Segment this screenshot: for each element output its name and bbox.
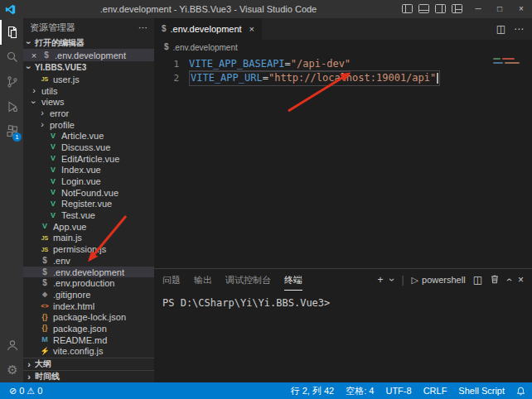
tree-item-package-json[interactable]: {}package.json (23, 323, 154, 334)
error-count: 0 (19, 386, 24, 396)
terminal-content[interactable]: PS D:\CSharp\Yi\Yi.BBS.Vue3> (154, 291, 532, 382)
minimap-mark (502, 58, 515, 60)
file-label: Login.vue (61, 176, 101, 186)
new-terminal-icon[interactable]: + (377, 274, 383, 286)
terminal-dropdown-icon[interactable]: › (390, 274, 394, 286)
tree-item-package-lock-json[interactable]: {}package-lock.json (23, 311, 154, 323)
close-window-button[interactable]: × (510, 0, 532, 18)
tree-item-register-vue[interactable]: VRegister.vue (23, 199, 154, 210)
customize-layout-icon[interactable] (452, 3, 462, 16)
maximize-button[interactable]: □ (489, 0, 510, 18)
file-label: .env.development (53, 267, 124, 277)
divider: | (401, 274, 404, 286)
env-var-name: VITE_APP_URL (191, 72, 263, 84)
timeline-section[interactable]: › 时间线 (23, 370, 154, 382)
cursor-position[interactable]: 行 2, 列 42 (291, 385, 335, 397)
tree-folder-profile[interactable]: ›profile (23, 119, 154, 131)
operator: = (285, 58, 291, 70)
tab-debug-console[interactable]: 调试控制台 (225, 269, 271, 291)
split-editor-icon[interactable]: ◫ (496, 23, 505, 35)
code-line-2[interactable]: 2 VITE_APP_URL="http://localhost:19001/a… (154, 71, 532, 85)
tree-item-test-vue[interactable]: VTest.vue (23, 209, 154, 221)
indentation[interactable]: 空格: 4 (346, 385, 374, 397)
split-terminal-icon[interactable]: ◫ (473, 274, 482, 286)
toggle-secondary-sidebar-icon[interactable] (435, 3, 446, 16)
code-text: VITE_APP_URL="http://localhost:19001/api… (189, 70, 440, 86)
js-icon: JS (40, 235, 50, 241)
account-icon[interactable] (0, 333, 23, 358)
close-panel-icon[interactable]: × (518, 274, 524, 286)
chevron-right-icon: › (25, 373, 33, 382)
tab-output[interactable]: 输出 (194, 269, 212, 291)
project-section-header[interactable]: › YI.BBS.VUE3 (23, 61, 154, 74)
editor-actions: ◫ ⋯ (496, 18, 532, 40)
folder-label: views (41, 97, 65, 107)
encoding[interactable]: UTF-8 (385, 386, 411, 396)
notifications-bell-icon[interactable] (516, 387, 525, 396)
run-debug-icon[interactable] (0, 94, 23, 119)
status-bar-right: 行 2, 列 42 空格: 4 UTF-8 CRLF Shell Script (291, 385, 525, 397)
tree-item-env-production[interactable]: $.env.production (23, 277, 154, 289)
open-editors-label: 打开的编辑器 (35, 37, 85, 49)
sidebar-more-actions-icon[interactable]: ⋯ (138, 22, 148, 33)
tree-folder-views[interactable]: ›views (23, 96, 154, 108)
language-mode[interactable]: Shell Script (458, 386, 505, 396)
toggle-sidebar-icon[interactable] (402, 3, 413, 16)
tree-item-user-js[interactable]: JSuser.js (23, 74, 154, 85)
tree-item-readme-md[interactable]: MREADME.md (23, 334, 154, 346)
tree-item-login-vue[interactable]: VLogin.vue (23, 175, 154, 187)
tree-item-discuss-vue[interactable]: VDiscuss.vue (23, 142, 154, 153)
breadcrumb-file: .env.development (173, 43, 238, 52)
tree-item-env[interactable]: $.env (23, 255, 154, 267)
search-icon[interactable] (0, 45, 23, 70)
tree-item-app-vue[interactable]: VApp.vue (23, 221, 154, 233)
vscode-window: .env.development - Yi.BBS.Vue3 - Visual … (0, 0, 532, 399)
tab-terminal[interactable]: 终端 (284, 269, 302, 291)
tree-item-gitignore[interactable]: ◆.gitignore (23, 289, 154, 300)
tree-item-main-js[interactable]: JSmain.js (23, 233, 154, 244)
sidebar-explorer: 资源管理器 ⋯ › 打开的编辑器 × $ .env.development › … (23, 18, 154, 382)
close-editor-icon[interactable]: × (30, 50, 38, 60)
code-line-1[interactable]: 1 VITE_APP_BASEAPI="/api-dev" (154, 57, 532, 71)
file-label: main.js (53, 233, 82, 243)
extensions-icon[interactable]: 1 (0, 119, 23, 144)
explorer-icon[interactable] (0, 20, 23, 45)
more-actions-icon[interactable]: ⋯ (514, 23, 524, 35)
tree-item-editarticle-vue[interactable]: VEditArticle.vue (23, 153, 154, 165)
problems-status[interactable]: ⊘ 0 ⚠ 0 (7, 386, 45, 397)
toggle-panel-icon[interactable] (418, 3, 429, 16)
tree-item-index-vue[interactable]: VIndex.vue (23, 165, 154, 176)
sidebar-header: 资源管理器 ⋯ (23, 18, 154, 36)
open-editors-header[interactable]: › 打开的编辑器 (23, 36, 154, 49)
tree-folder-utils[interactable]: ›utils (23, 85, 154, 97)
source-control-icon[interactable] (0, 70, 23, 94)
outline-section[interactable]: › 大纲 (23, 358, 154, 370)
code-editor[interactable]: 1 VITE_APP_BASEAPI="/api-dev" 2 VITE_APP… (154, 55, 532, 268)
minimap[interactable] (493, 58, 530, 64)
breadcrumb[interactable]: $ .env.development (154, 40, 532, 55)
minimize-button[interactable]: ─ (467, 0, 489, 18)
main-area: 1 ⚙ 资源管理器 ⋯ › 打开的编辑器 × $ .env.developmen… (0, 18, 532, 382)
tree-item-permission-js[interactable]: JSpermission.js (23, 243, 154, 255)
tree-item-vite-config-js[interactable]: ⚡vite.config.js (23, 346, 154, 358)
kill-terminal-icon[interactable] (490, 274, 500, 286)
open-editor-item[interactable]: × $ .env.development (23, 49, 154, 61)
tab-problems[interactable]: 问题 (162, 269, 181, 291)
eol-sequence[interactable]: CRLF (423, 386, 447, 396)
tree-item-env-development[interactable]: $.env.development (23, 267, 154, 278)
tab-env-development[interactable]: $ .env.development × (154, 18, 262, 40)
tree-item-index-html[interactable]: <>index.html (23, 300, 154, 312)
close-tab-icon[interactable]: × (249, 24, 254, 34)
terminal-instance[interactable]: ▷ powershell (412, 275, 466, 286)
vue-icon: V (48, 132, 58, 140)
file-label: Test.vue (61, 210, 95, 220)
extensions-badge: 1 (12, 132, 22, 142)
tree-folder-error[interactable]: ›error (23, 108, 154, 119)
error-icon: ⊘ (9, 386, 17, 397)
settings-gear-icon[interactable]: ⚙ (0, 358, 23, 382)
chevron-right-icon: › (38, 108, 46, 118)
tree-item-article-vue[interactable]: VArticle.vue (23, 130, 154, 142)
tree-item-notfound-vue[interactable]: VNotFound.vue (23, 187, 154, 199)
maximize-panel-icon[interactable]: › (507, 274, 510, 286)
minimap-mark (493, 62, 503, 64)
